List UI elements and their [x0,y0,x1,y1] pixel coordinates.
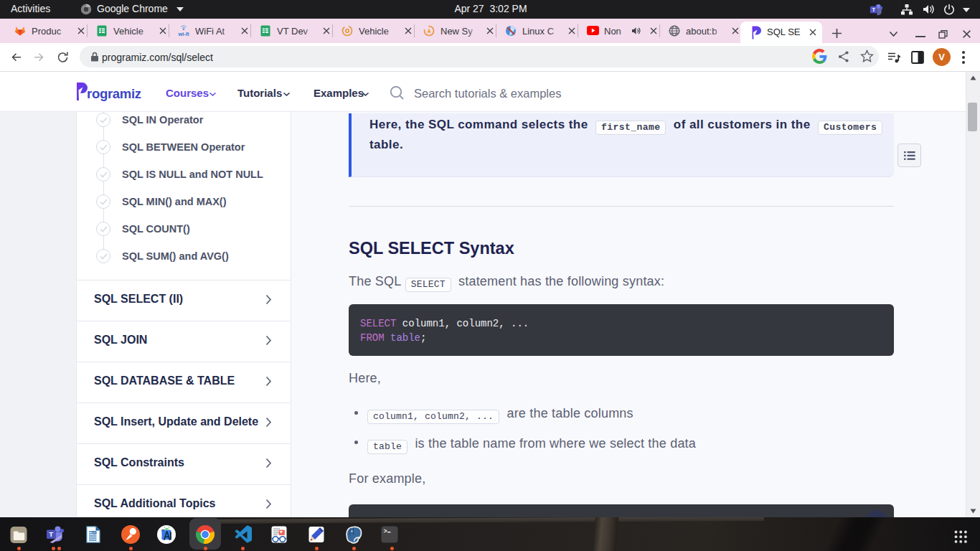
svg-text:>: > [384,528,387,535]
svg-text:T: T [872,6,875,13]
svg-text:T: T [49,530,53,538]
svg-text:wi-fi: wi-fi [178,31,189,37]
